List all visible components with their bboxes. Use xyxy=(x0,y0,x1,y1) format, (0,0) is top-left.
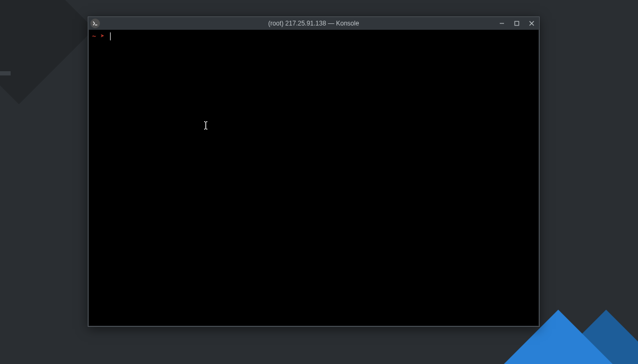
konsole-window: (root) 217.25.91.138 — Konsole ~ ➤ xyxy=(88,16,540,327)
mouse-ibeam-cursor-icon xyxy=(204,121,208,132)
prompt-path: ~ xyxy=(92,32,96,41)
window-titlebar[interactable]: (root) 217.25.91.138 — Konsole xyxy=(88,17,539,30)
desktop-panel-hint xyxy=(0,71,11,75)
terminal-view[interactable]: ~ ➤ xyxy=(89,30,539,326)
terminal-cursor xyxy=(110,32,111,40)
prompt-arrow-icon: ➤ xyxy=(100,32,105,41)
window-title: (root) 217.25.91.138 — Konsole xyxy=(88,20,539,27)
minimize-button[interactable] xyxy=(494,17,509,30)
terminal-app-icon xyxy=(90,19,100,28)
close-button[interactable] xyxy=(524,17,539,30)
svg-rect-2 xyxy=(515,21,519,26)
prompt-line: ~ ➤ xyxy=(92,32,535,41)
desktop-bg-shape xyxy=(0,0,94,104)
maximize-button[interactable] xyxy=(509,17,524,30)
window-controls xyxy=(494,17,539,30)
